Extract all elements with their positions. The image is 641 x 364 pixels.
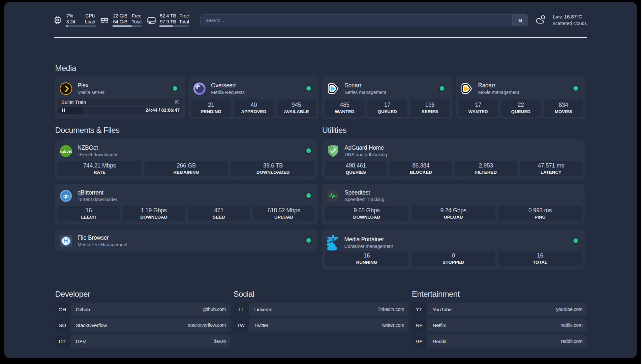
svg-text:qb: qb: [63, 193, 69, 199]
svg-text:nzbget: nzbget: [60, 149, 72, 153]
